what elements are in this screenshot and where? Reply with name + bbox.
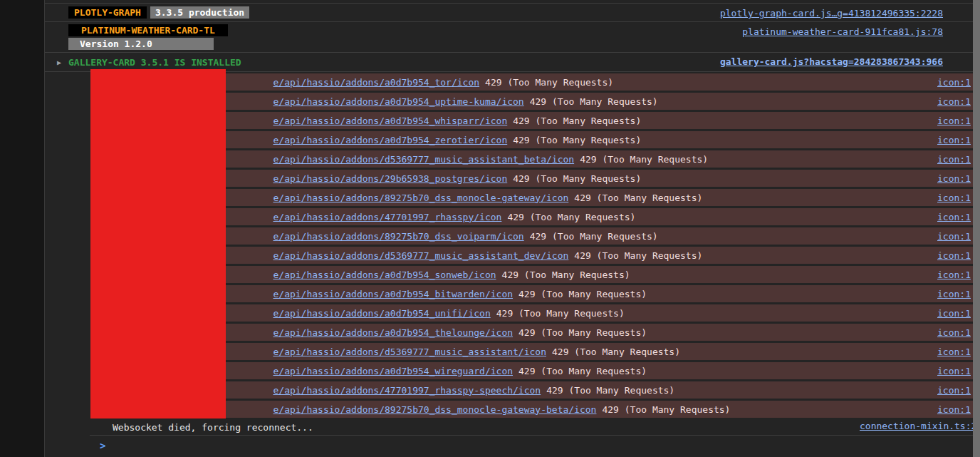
source-location-link[interactable]: icon:1: [937, 308, 971, 319]
vertical-scrollbar[interactable]: [973, 0, 980, 457]
status-text: 429 (Too Many Requests): [496, 308, 625, 319]
status-text: 429 (Too Many Requests): [513, 135, 641, 145]
source-location-link[interactable]: icon:1: [937, 96, 971, 107]
source-location-link[interactable]: icon:1: [937, 366, 971, 376]
source-location-link[interactable]: plotly-graph-card.js…g=413812496335:2228: [720, 8, 943, 19]
source-location-link[interactable]: icon:1: [937, 289, 971, 299]
console-error-row: ✕ GET e/api/hassio/addons/47701997_rhass…: [93, 208, 980, 225]
status-text: 429 (Too Many Requests): [485, 77, 613, 88]
console-error-row: ✕ GET e/api/hassio/addons/47701997_rhass…: [93, 381, 980, 399]
request-url-link[interactable]: e/api/hassio/addons/d5369777_music_assis…: [273, 346, 546, 357]
console-error-row: ✕ GET e/api/hassio/addons/a0d7b954_unifi…: [93, 304, 980, 322]
request-url-link[interactable]: e/api/hassio/addons/a0d7b954_tor/icon: [273, 77, 479, 88]
request-url-link[interactable]: e/api/hassio/addons/a0d7b954_thelounge/i…: [273, 327, 513, 338]
console-error-row: ✕ GET e/api/hassio/addons/a0d7b954_tor/i…: [93, 73, 980, 91]
status-text: 429 (Too Many Requests): [518, 366, 647, 376]
websocket-message: Websocket died, forcing reconnect...: [113, 422, 313, 433]
console-error-row: ✕ GET e/api/hassio/addons/d5369777_music…: [93, 247, 980, 264]
log-row-websocket: Websocket died, forcing reconnect... con…: [90, 419, 980, 435]
request-url-link[interactable]: e/api/hassio/addons/29b65938_postgres/ic…: [273, 173, 507, 184]
status-text: 429 (Too Many Requests): [546, 385, 674, 396]
request-url-link[interactable]: e/api/hassio/addons/a0d7b954_bitwarden/i…: [273, 289, 513, 299]
status-text: 429 (Too Many Requests): [530, 231, 658, 242]
status-text: 429 (Too Many Requests): [502, 269, 630, 280]
console-error-row: ✕ GET e/api/hassio/addons/a0d7b954_bitwa…: [93, 285, 980, 302]
console-error-row: ✕ GET e/api/hassio/addons/a0d7b954_uptim…: [93, 93, 980, 110]
console-error-row: ✕ GET e/api/hassio/addons/29b65938_postg…: [93, 170, 980, 187]
devtools-left-gutter: [0, 0, 45, 457]
source-location-link[interactable]: icon:1: [937, 269, 971, 280]
status-text: 429 (Too Many Requests): [507, 212, 635, 222]
console-error-row: ✕ GET e/api/hassio/addons/a0d7b954_zerot…: [93, 131, 980, 148]
source-location-link[interactable]: gallery-card.js?hacstag=284283867343:966: [720, 56, 943, 67]
status-text: 429 (Too Many Requests): [518, 289, 647, 299]
console-error-row: ✕ GET e/api/hassio/addons/a0d7b954_thelo…: [93, 324, 980, 341]
console-error-row: ✕ GET e/api/hassio/addons/89275b70_dss_v…: [93, 227, 980, 245]
source-location-link[interactable]: icon:1: [937, 231, 971, 242]
status-text: 429 (Too Many Requests): [513, 115, 641, 126]
request-url-link[interactable]: e/api/hassio/addons/89275b70_dss_monocle…: [273, 404, 596, 415]
status-text: 429 (Too Many Requests): [552, 346, 680, 357]
status-text: 429 (Too Many Requests): [574, 250, 702, 261]
console-error-row: ✕ GET e/api/hassio/addons/d5369777_music…: [93, 343, 980, 360]
console-error-row: ✕ GET e/api/hassio/addons/a0d7b954_whisp…: [93, 112, 980, 129]
source-location-link[interactable]: connection-mixin.ts:295: [860, 421, 980, 431]
source-location-link[interactable]: platinum-weather-card-911fca81.js:78: [742, 26, 943, 37]
card-name-badge: PLATINUM-WEATHER-CARD-TL: [68, 24, 228, 36]
request-url-link[interactable]: e/api/hassio/addons/a0d7b954_unifi/icon: [273, 308, 490, 319]
error-log-list: ✕ GET e/api/hassio/addons/a0d7b954_tor/i…: [93, 73, 980, 420]
request-url-link[interactable]: e/api/hassio/addons/a0d7b954_uptime-kuma…: [273, 96, 523, 107]
source-location-link[interactable]: icon:1: [937, 212, 971, 222]
source-location-link[interactable]: icon:1: [937, 135, 971, 145]
console-prompt-row[interactable]: >: [90, 435, 980, 451]
request-url-link[interactable]: e/api/hassio/addons/47701997_rhasspy-spe…: [273, 385, 541, 396]
source-location-link[interactable]: icon:1: [937, 404, 971, 415]
console-error-row: ✕ GET e/api/hassio/addons/d5369777_music…: [93, 150, 980, 168]
source-location-link[interactable]: icon:1: [937, 327, 971, 338]
prompt-chevron-icon: >: [100, 440, 105, 451]
install-message: GALLERY-CARD 3.5.1 IS INSTALLED: [68, 57, 241, 68]
source-location-link[interactable]: icon:1: [937, 115, 971, 126]
status-text: 429 (Too Many Requests): [530, 96, 658, 107]
log-row-platinum-weather: PLATINUM-WEATHER-CARD-TL Version 1.2.0 p…: [45, 22, 980, 53]
request-url-link[interactable]: e/api/hassio/addons/89275b70_dss_monocle…: [273, 192, 568, 203]
status-text: 429 (Too Many Requests): [602, 404, 730, 415]
status-text: 429 (Too Many Requests): [580, 154, 708, 165]
expand-triangle-icon[interactable]: ▶: [57, 58, 66, 66]
card-version-badge: 3.3.5 production: [150, 6, 249, 19]
redaction-overlay: [90, 69, 226, 419]
console-error-row: ✕ GET e/api/hassio/addons/89275b70_dss_m…: [93, 401, 980, 418]
source-location-link[interactable]: icon:1: [937, 173, 971, 184]
status-text: 429 (Too Many Requests): [518, 327, 647, 338]
card-name-badge: PLOTLY-GRAPH: [68, 6, 147, 19]
console-error-row: ✕ GET e/api/hassio/addons/a0d7b954_wireg…: [93, 362, 980, 379]
source-location-link[interactable]: icon:1: [937, 77, 971, 88]
request-url-link[interactable]: e/api/hassio/addons/a0d7b954_whisparr/ic…: [273, 115, 507, 126]
console-error-row: ✕ GET e/api/hassio/addons/89275b70_dss_m…: [93, 189, 980, 206]
source-location-link[interactable]: icon:1: [937, 385, 971, 396]
request-url-link[interactable]: e/api/hassio/addons/47701997_rhasspy/ico…: [273, 212, 501, 222]
card-version-badge: Version 1.2.0: [68, 38, 214, 50]
request-url-link[interactable]: e/api/hassio/addons/d5369777_music_assis…: [273, 154, 574, 165]
console-error-row: ✕ GET e/api/hassio/addons/a0d7b954_sonwe…: [93, 266, 980, 283]
source-location-link[interactable]: icon:1: [937, 154, 971, 165]
request-url-link[interactable]: e/api/hassio/addons/a0d7b954_wireguard/i…: [273, 366, 513, 376]
request-url-link[interactable]: e/api/hassio/addons/a0d7b954_zerotier/ic…: [273, 135, 507, 145]
request-url-link[interactable]: e/api/hassio/addons/a0d7b954_sonweb/icon: [273, 269, 496, 280]
source-location-link[interactable]: icon:1: [937, 346, 971, 357]
request-url-link[interactable]: e/api/hassio/addons/d5369777_music_assis…: [273, 250, 568, 261]
status-text: 429 (Too Many Requests): [574, 192, 702, 203]
log-row-plotly: PLOTLY-GRAPH 3.3.5 production plotly-gra…: [45, 3, 980, 22]
status-text: 429 (Too Many Requests): [513, 173, 641, 184]
source-location-link[interactable]: icon:1: [937, 192, 971, 203]
request-url-link[interactable]: e/api/hassio/addons/89275b70_dss_voiparm…: [273, 231, 523, 242]
source-location-link[interactable]: icon:1: [937, 250, 971, 261]
